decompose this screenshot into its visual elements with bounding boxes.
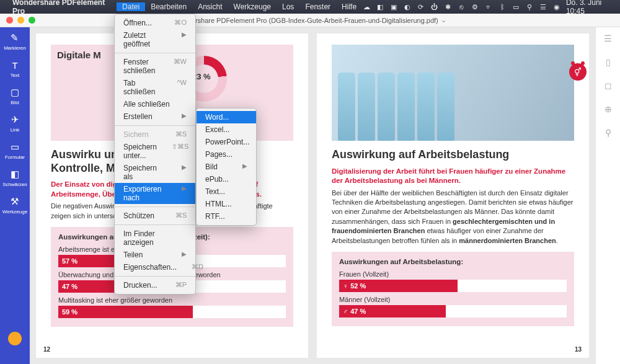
menu-item[interactable]: Erstellen▶ — [115, 110, 195, 123]
battery-icon[interactable]: ▭ — [512, 3, 520, 11]
sidebar-item-link[interactable]: ✈Link — [9, 114, 20, 133]
menu-item[interactable]: Word... — [197, 111, 256, 123]
wifi-icon[interactable]: ᯤ — [484, 3, 493, 11]
bar-fill: ♂ 47 % — [339, 305, 446, 317]
status-icon[interactable]: ✱ — [444, 3, 453, 11]
search-icon[interactable]: ⚲ — [525, 3, 534, 11]
page-icon[interactable]: ▯ — [606, 57, 611, 67]
redact-icon: ◧ — [9, 169, 20, 180]
bar-row: ♂ 47 % — [339, 305, 567, 317]
image-icon: ▢ — [9, 87, 20, 98]
menu-item[interactable]: Schützen⌘S — [115, 210, 195, 222]
form-icon: ▭ — [9, 141, 20, 153]
minimize-button[interactable] — [17, 17, 24, 24]
link-icon: ✈ — [9, 114, 20, 125]
menu-item[interactable]: Im Finder anzeigen — [115, 228, 195, 249]
bar-fill: ♀ 52 % — [339, 280, 458, 292]
status-icon[interactable]: ⎋ — [458, 3, 466, 11]
chevron-down-icon[interactable]: ⌄ — [441, 16, 446, 24]
avatar[interactable] — [8, 332, 22, 345]
macos-menubar: Wondershare PDFelement Pro Datei Bearbei… — [0, 0, 620, 14]
menu-item[interactable]: Teilen▶ — [115, 249, 195, 261]
bar-label: Frauen (Vollzeit) — [339, 270, 567, 278]
menu-item[interactable]: Fenster schließen⌘W — [115, 56, 195, 77]
sidebar-item-text[interactable]: TText — [9, 60, 20, 78]
tool-sidebar: ✎Markieren TText ▢Bild ✈Link ▭Formular ◧… — [0, 27, 30, 364]
right-sidebar: ☰ ▯ ◻ ⊕ ⚲ — [595, 27, 620, 364]
bar-table-right: Auswirkungen auf Arbeitsbelastung: Fraue… — [332, 252, 574, 326]
status-icon[interactable]: ⟳ — [417, 3, 425, 11]
menu-item[interactable]: HTML... — [197, 198, 256, 210]
bar-row: ♀ 52 % — [339, 280, 567, 292]
search-icon[interactable]: ⚲ — [605, 128, 611, 138]
status-icon[interactable]: ◧ — [376, 3, 384, 11]
menu-item[interactable]: Öffnen...⌘O — [115, 17, 195, 29]
sidebar-item-werkzeuge[interactable]: ⚒Werkzeuge — [2, 196, 27, 215]
bookmark-icon[interactable]: ◻ — [604, 81, 612, 91]
menu-item[interactable]: Eigenschaften...⌘D — [115, 261, 195, 273]
menu-item[interactable]: Tab schließen^W — [115, 77, 195, 98]
menu-bearbeiten[interactable]: Bearbeiten — [145, 2, 192, 11]
bar-fill: 59 % — [58, 306, 193, 318]
text-icon: T — [9, 60, 20, 71]
menu-werkzeuge[interactable]: Werkzeuge — [228, 2, 277, 11]
tools-icon: ⚒ — [9, 196, 20, 207]
bluetooth-icon[interactable]: ᛒ — [498, 3, 507, 11]
siri-icon[interactable]: ◉ — [552, 3, 561, 11]
status-icon[interactable]: ◐ — [403, 3, 412, 11]
zoom-icon[interactable]: ⊕ — [604, 104, 612, 114]
table-heading: Auswirkungen auf Arbeitsbelastung: — [339, 258, 567, 265]
dropdown-export: Word...Excel...PowerPoint...Pages...Bild… — [196, 108, 257, 226]
menu-item[interactable]: Alle schließen — [115, 98, 195, 110]
menu-datei[interactable]: Datei — [117, 2, 145, 11]
pdf-page-13: Auswirkung auf Arbeitsbelastung ⚥ Digita… — [317, 33, 589, 358]
window-titlebar: Wondershare PDFelement Pro (DGB-Index-Gu… — [0, 14, 620, 27]
menu-hilfe[interactable]: Hilfe — [336, 2, 362, 11]
dropdown-datei: Öffnen...⌘OZuletzt geöffnet▶Fenster schl… — [114, 14, 196, 295]
panel-icon[interactable]: ☰ — [604, 33, 612, 43]
menu-item[interactable]: Speichern unter...⇧⌘S — [115, 141, 195, 162]
sidebar-item-markieren[interactable]: ✎Markieren — [4, 32, 26, 51]
close-button[interactable] — [6, 17, 13, 24]
traffic-lights — [6, 17, 35, 24]
status-icon[interactable]: ⏻ — [430, 3, 439, 11]
page-number: 12 — [43, 346, 50, 353]
menu-item[interactable]: Bild▶ — [197, 161, 256, 173]
body-text: Bei über der Hälfte der weiblichen Besch… — [332, 189, 574, 246]
menu-item[interactable]: Pages... — [197, 148, 256, 161]
menu-item[interactable]: PowerPoint... — [197, 136, 256, 148]
section-heading: Auswirkung auf Arbeitsbelastung — [332, 148, 574, 162]
menu-ansicht[interactable]: Ansicht — [192, 2, 228, 11]
menu-item[interactable]: Sichern⌘S — [115, 128, 195, 141]
maximize-button[interactable] — [29, 17, 35, 24]
menu-item[interactable]: Excel... — [197, 123, 256, 136]
status-icon[interactable]: ☁ — [362, 3, 371, 11]
sidebar-item-schwaerzen[interactable]: ◧Schwärzen — [2, 169, 27, 187]
sidebar-item-formular[interactable]: ▭Formular — [5, 141, 25, 160]
menu-item[interactable]: Drucken...⌘P — [115, 279, 195, 291]
sidebar-item-bild[interactable]: ▢Bild — [9, 87, 20, 105]
photo-placeholder — [332, 45, 574, 141]
menu-item[interactable]: RTF... — [197, 210, 256, 223]
page-number: 13 — [575, 346, 582, 353]
window-title: Wondershare PDFelement Pro (DGB-Index-Gu… — [174, 17, 438, 24]
status-icon[interactable]: ▣ — [389, 3, 398, 11]
bar-label: Multitasking ist eher größer geworden — [58, 296, 286, 304]
menu-item[interactable]: Text... — [197, 185, 256, 198]
bar-label: Männer (Vollzeit) — [339, 296, 567, 303]
control-center-icon[interactable]: ☰ — [539, 3, 547, 11]
bar-row: 59 % — [58, 306, 286, 318]
menu-item[interactable]: Exportieren nach▶ — [115, 183, 195, 204]
menu-item[interactable]: Speichern als▶ — [115, 162, 195, 183]
lead-text: Digitalisierung der Arbeit führt bei Fra… — [332, 167, 574, 186]
status-icon[interactable]: ⚙ — [471, 3, 479, 11]
menu-fenster[interactable]: Fenster — [299, 2, 336, 11]
menu-item[interactable]: Zuletzt geöffnet▶ — [115, 29, 195, 50]
menu-item[interactable]: ePub... — [197, 173, 256, 185]
menu-los[interactable]: Los — [277, 2, 299, 11]
gender-badge-icon: ⚥ — [569, 63, 587, 81]
highlight-icon: ✎ — [9, 32, 20, 43]
